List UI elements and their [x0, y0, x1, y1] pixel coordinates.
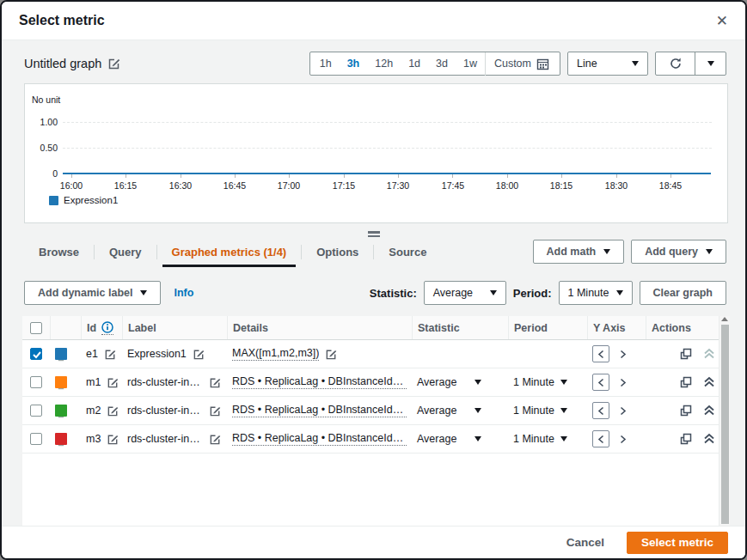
y-axis-left-button[interactable] — [592, 374, 609, 391]
add-dynamic-label-button[interactable]: Add dynamic label — [24, 281, 161, 305]
edit-icon[interactable] — [209, 433, 222, 446]
graphed-metrics-controls: Add dynamic label Info Statistic: Averag… — [24, 281, 726, 305]
edit-icon[interactable] — [193, 348, 205, 361]
row-period-select[interactable]: 1 Minute — [513, 433, 554, 445]
scroll-up-icon[interactable] — [721, 317, 728, 321]
tab-browse[interactable]: Browse — [24, 239, 94, 265]
add-query-button[interactable]: Add query — [631, 240, 726, 264]
time-range-12h[interactable]: 12h — [367, 58, 401, 70]
duplicate-icon[interactable] — [680, 376, 692, 388]
y-axis-right-button[interactable] — [615, 402, 629, 419]
chevron-down-icon[interactable] — [475, 436, 481, 441]
metric-chart[interactable]: No unit 1.00 0.50 0 16:00 16:15 16:30 16… — [24, 83, 728, 223]
edit-graph-title-icon[interactable] — [107, 57, 121, 70]
panel-resize-handle[interactable] — [368, 231, 380, 237]
chevron-down-icon — [140, 290, 147, 295]
color-swatch[interactable] — [55, 376, 67, 388]
row-period-select[interactable]: 1 Minute — [513, 405, 554, 417]
chart-type-select[interactable]: Line — [567, 52, 648, 76]
row-period-select[interactable]: 1 Minute — [513, 376, 554, 388]
x-tick: 18:30 — [599, 180, 634, 191]
time-range-3h[interactable]: 3h — [340, 58, 368, 70]
close-icon[interactable]: ✕ — [716, 14, 728, 28]
select-all-checkbox[interactable] — [30, 322, 42, 334]
y-axis-right-button[interactable] — [615, 374, 629, 391]
table-scrollbar[interactable] — [719, 316, 730, 526]
edit-icon[interactable] — [107, 433, 119, 446]
chevron-down-icon — [632, 61, 639, 66]
edit-icon[interactable] — [107, 405, 119, 417]
duplicate-icon[interactable] — [680, 348, 692, 360]
color-swatch[interactable] — [55, 433, 67, 445]
period-select[interactable]: 1 Minute — [559, 281, 633, 305]
y-axis-left-button[interactable] — [592, 430, 609, 447]
duplicate-icon[interactable] — [680, 405, 692, 417]
refresh-options-button[interactable] — [695, 52, 726, 75]
info-icon[interactable] — [101, 321, 113, 333]
row-statistic-select[interactable]: Average — [417, 433, 456, 445]
select-metric-dialog: Select metric ✕ Untitled graph 1h 3h 12h… — [0, 0, 747, 560]
time-range-custom[interactable]: Custom — [486, 58, 558, 70]
edit-icon[interactable] — [209, 405, 222, 417]
calendar-icon — [536, 58, 549, 70]
metric-details[interactable]: RDS • ReplicaLag • DBInstanceIde... — [232, 432, 407, 446]
graphed-metrics-table: Id Label Details Statistic Period Y Axis… — [22, 316, 730, 526]
chevron-down-icon[interactable] — [475, 408, 481, 413]
chart-legend[interactable]: Expression1 — [49, 195, 118, 205]
chevron-down-icon[interactable] — [560, 380, 567, 385]
header-statistic: Statistic — [412, 316, 508, 339]
metric-details[interactable]: MAX([m1,m2,m3]) — [232, 347, 319, 361]
move-to-top-icon[interactable] — [702, 404, 716, 417]
header-details: Details — [227, 316, 412, 339]
y-axis-right-button[interactable] — [615, 345, 629, 362]
add-math-button[interactable]: Add math — [533, 240, 625, 264]
time-range-1w[interactable]: 1w — [456, 58, 485, 70]
chevron-down-icon — [490, 290, 497, 295]
tab-options[interactable]: Options — [302, 239, 373, 265]
cancel-button[interactable]: Cancel — [566, 536, 604, 549]
tab-source[interactable]: Source — [374, 239, 441, 265]
select-metric-button[interactable]: Select metric — [627, 532, 728, 554]
statistic-select[interactable]: Average — [424, 281, 506, 305]
move-to-top-icon[interactable] — [702, 375, 716, 389]
edit-icon[interactable] — [209, 376, 222, 389]
row-checkbox[interactable] — [30, 405, 42, 417]
duplicate-icon[interactable] — [680, 433, 692, 445]
y-axis-right-button[interactable] — [615, 430, 629, 447]
chevron-down-icon[interactable] — [560, 408, 567, 413]
collapse-up-icon[interactable] — [702, 347, 716, 361]
clear-graph-button[interactable]: Clear graph — [640, 281, 726, 305]
y-tick: 0.50 — [30, 143, 58, 153]
tab-graphed-metrics[interactable]: Graphed metrics (1/4) — [157, 239, 302, 265]
info-link[interactable]: Info — [174, 287, 193, 299]
row-statistic-select[interactable]: Average — [417, 405, 456, 417]
time-range-3d[interactable]: 3d — [428, 58, 456, 70]
tabs-bar: Browse Query Graphed metrics (1/4) Optio… — [24, 239, 726, 265]
chevron-down-icon — [707, 61, 714, 66]
row-statistic-select[interactable]: Average — [417, 376, 456, 388]
dialog-footer: Cancel Select metric — [2, 526, 745, 558]
header-color-cell — [50, 316, 81, 339]
time-range-1d[interactable]: 1d — [401, 58, 428, 70]
color-swatch[interactable] — [55, 348, 67, 360]
row-checkbox[interactable] — [30, 376, 42, 388]
y-axis-left-button[interactable] — [592, 345, 609, 362]
series-line-expression1 — [63, 173, 711, 174]
chevron-down-icon[interactable] — [475, 380, 481, 385]
metric-details[interactable]: RDS • ReplicaLag • DBInstanceIde... — [232, 375, 407, 389]
edit-icon[interactable] — [104, 348, 117, 361]
gridline — [63, 148, 712, 149]
color-swatch[interactable] — [55, 405, 67, 417]
refresh-button[interactable] — [656, 52, 695, 75]
scrollbar-thumb[interactable] — [721, 325, 729, 524]
chevron-down-icon[interactable] — [560, 436, 567, 441]
metric-details[interactable]: RDS • ReplicaLag • DBInstanceIde... — [232, 404, 407, 417]
row-checkbox[interactable] — [30, 348, 42, 360]
edit-icon[interactable] — [107, 376, 119, 389]
edit-icon[interactable] — [325, 348, 338, 361]
move-to-top-icon[interactable] — [702, 432, 716, 446]
tab-query[interactable]: Query — [95, 239, 156, 265]
time-range-1h[interactable]: 1h — [312, 58, 340, 70]
y-axis-left-button[interactable] — [592, 402, 609, 419]
row-checkbox[interactable] — [30, 433, 42, 445]
